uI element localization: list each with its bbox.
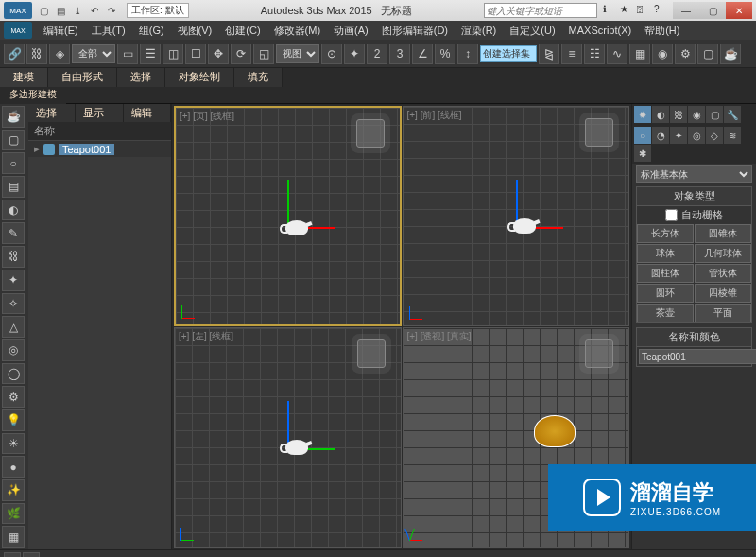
snap3-icon[interactable]: 3: [389, 44, 410, 64]
grid-tool-icon[interactable]: ▦: [2, 526, 25, 548]
primitive-cone-button[interactable]: 圆锥体: [695, 224, 751, 243]
link-tool-icon[interactable]: ⛓: [2, 246, 25, 268]
menu-edit[interactable]: 编辑(E): [38, 22, 84, 40]
modify-tab-icon[interactable]: ◐: [652, 106, 669, 123]
sun-tool-icon[interactable]: ☀: [2, 433, 25, 455]
scene-tab-edit[interactable]: 编辑: [124, 104, 171, 122]
viewcube-icon[interactable]: [585, 339, 613, 368]
tab-modeling[interactable]: 建模: [0, 68, 48, 87]
paint-tool-icon[interactable]: ◐: [2, 200, 25, 221]
sphere-tool-icon[interactable]: ○: [2, 152, 25, 174]
selection-filter-dropdown[interactable]: 全部: [72, 44, 115, 63]
qat-save-icon[interactable]: ⤓: [70, 3, 85, 18]
spinner-snap-icon[interactable]: ↕: [457, 44, 478, 64]
sparkle-tool-icon[interactable]: ✨: [2, 479, 25, 501]
unlink-icon[interactable]: ⛓: [26, 44, 47, 64]
menu-animation[interactable]: 动画(A): [328, 22, 374, 40]
bulb-tool-icon[interactable]: 💡: [2, 409, 25, 431]
lights-icon[interactable]: ✦: [670, 127, 687, 144]
scene-tab-display[interactable]: 显示: [76, 104, 123, 122]
plant-tool-icon[interactable]: 🌿: [2, 503, 25, 525]
select-icon[interactable]: ▭: [117, 44, 138, 64]
tab-selection[interactable]: 选择: [117, 68, 165, 87]
qat-redo-icon[interactable]: ↷: [104, 3, 119, 18]
manip-icon[interactable]: ✦: [344, 44, 365, 64]
tab-objectpaint[interactable]: 对象绘制: [165, 68, 234, 87]
max-logo-icon[interactable]: MAX: [4, 22, 32, 39]
geometry-icon[interactable]: ○: [634, 127, 651, 144]
hierarchy-tab-icon[interactable]: ⛓: [670, 106, 687, 123]
close-button[interactable]: ✕: [726, 2, 752, 19]
cone-tool-icon[interactable]: △: [2, 316, 25, 338]
tab-populate[interactable]: 填充: [234, 68, 283, 87]
schematic-icon[interactable]: ▦: [629, 44, 650, 64]
angle-snap-icon[interactable]: ∠: [412, 44, 433, 64]
primitive-box-button[interactable]: 长方体: [637, 224, 694, 243]
utilities-tab-icon[interactable]: 🔧: [724, 106, 741, 123]
menu-tools[interactable]: 工具(T): [86, 22, 131, 40]
menu-modifiers[interactable]: 修改器(M): [268, 22, 327, 40]
mirror-icon[interactable]: ⧎: [539, 44, 559, 64]
autogrid-checkbox[interactable]: [665, 209, 678, 221]
curve-editor-icon[interactable]: ∿: [607, 44, 627, 64]
primitive-torus-button[interactable]: 圆环: [637, 284, 694, 303]
qat-new-icon[interactable]: ▢: [36, 3, 51, 18]
pivot-icon[interactable]: ⊙: [321, 44, 342, 64]
helpers-icon[interactable]: ◇: [706, 127, 723, 144]
star-icon[interactable]: ★: [620, 4, 633, 17]
rotate-icon[interactable]: ⟳: [231, 44, 251, 64]
menu-grapheditors[interactable]: 图形编辑器(D): [376, 22, 454, 40]
primitive-tube-button[interactable]: 管状体: [695, 264, 751, 283]
menu-help[interactable]: 帮助(H): [639, 22, 685, 40]
menu-maxscript[interactable]: MAXScript(X): [563, 23, 638, 38]
qat-open-icon[interactable]: ▤: [53, 3, 68, 18]
menu-rendering[interactable]: 渲染(R): [455, 22, 502, 40]
workspace-dropdown[interactable]: 工作区: 默认: [127, 3, 189, 18]
viewport-front[interactable]: [+] [前] [线框]: [403, 106, 630, 326]
name-color-header[interactable]: 名称和颜色: [637, 328, 751, 347]
tab-freeform[interactable]: 自由形式: [48, 68, 117, 87]
minimize-button[interactable]: —: [673, 2, 699, 19]
render-frame-icon[interactable]: ▢: [697, 44, 718, 64]
scene-tab-select[interactable]: 选择: [28, 104, 76, 122]
create-tab-icon[interactable]: ✹: [634, 106, 651, 123]
layers-icon[interactable]: ☷: [584, 44, 605, 64]
viewcube-icon[interactable]: [357, 339, 386, 368]
viewport-left-label[interactable]: [+] [左] [线框]: [179, 330, 233, 343]
box-tool-icon[interactable]: ▢: [2, 130, 25, 151]
status-grid-icon[interactable]: [4, 552, 21, 558]
cylinder-tool-icon[interactable]: ◯: [2, 363, 25, 385]
qat-undo-icon[interactable]: ↶: [87, 3, 102, 18]
primitive-teapot-button[interactable]: 茶壶: [637, 304, 694, 322]
signin-icon[interactable]: ⍰: [637, 4, 650, 17]
viewport-front-label[interactable]: [+] [前] [线框]: [407, 109, 462, 122]
light-tool-icon[interactable]: ✦: [2, 270, 25, 291]
systems-icon[interactable]: ✱: [634, 145, 651, 162]
align-icon[interactable]: ≡: [561, 44, 582, 64]
camera-tool-icon[interactable]: ✧: [2, 293, 25, 315]
spacewarps-icon[interactable]: ≋: [724, 127, 741, 144]
ref-coord-dropdown[interactable]: 视图: [276, 44, 319, 63]
render-icon[interactable]: ☕: [720, 44, 741, 64]
object-name-input[interactable]: [639, 349, 756, 364]
snap2-icon[interactable]: 2: [367, 44, 387, 64]
menu-views[interactable]: 视图(V): [172, 22, 218, 40]
select-region-icon[interactable]: ◫: [163, 44, 183, 64]
infocenter-icon[interactable]: ℹ: [603, 4, 616, 17]
scale-icon[interactable]: ◱: [253, 44, 274, 64]
viewport-left[interactable]: [+] [左] [线框]: [174, 327, 402, 548]
primitive-geosphere-button[interactable]: 几何球体: [695, 244, 751, 263]
status-snap-icon[interactable]: [23, 552, 40, 558]
cameras-icon[interactable]: ◎: [688, 127, 705, 144]
gear-tool-icon[interactable]: ⚙: [2, 386, 25, 408]
planet-tool-icon[interactable]: ●: [2, 456, 25, 478]
teapot-tool-icon[interactable]: ☕: [2, 106, 25, 128]
material-icon[interactable]: ◉: [652, 44, 673, 64]
scene-item[interactable]: ▸ Teapot001: [28, 141, 171, 157]
select-name-icon[interactable]: ☰: [140, 44, 161, 64]
percent-snap-icon[interactable]: %: [435, 44, 455, 64]
move-icon[interactable]: ✥: [208, 44, 229, 64]
menu-create[interactable]: 创建(C): [219, 22, 266, 40]
menu-group[interactable]: 组(G): [133, 22, 170, 40]
subtab-polymodel[interactable]: 多边形建模: [0, 87, 66, 104]
